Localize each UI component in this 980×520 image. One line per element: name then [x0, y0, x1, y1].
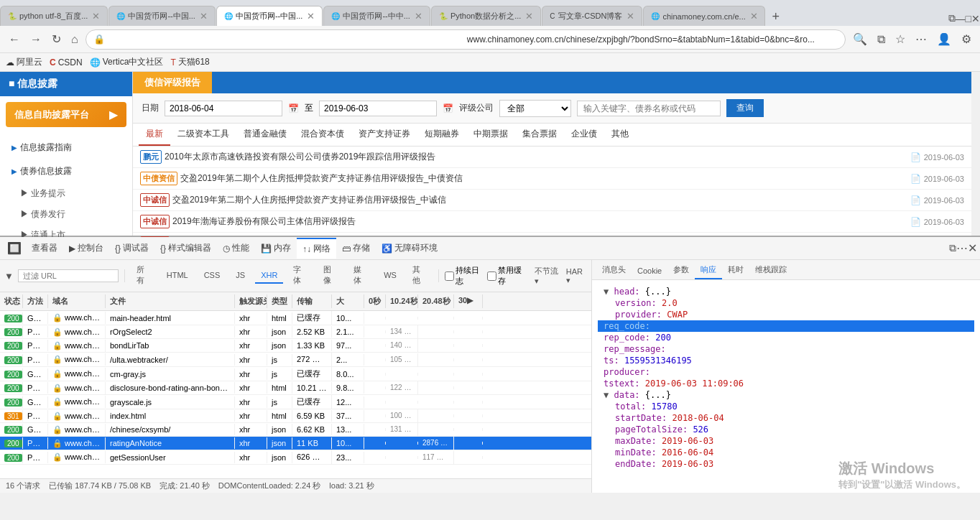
tree-data-collapsed[interactable]: ▼ data: {...}	[598, 389, 974, 401]
back-button[interactable]: ←	[6, 32, 23, 47]
persist-log-option[interactable]: 持续日志	[445, 265, 483, 287]
list-item-0[interactable]: 鹏元 2010年太原市高速铁路投资有限公司公司债券2019年跟踪信用评级报告 📄…	[133, 147, 971, 168]
tree-head-collapsed[interactable]: ▼ head: {...}	[598, 286, 974, 297]
tab-close-5[interactable]: ✕	[627, 11, 634, 22]
search-icon[interactable]: 🔍	[850, 31, 870, 47]
close-button[interactable]: ✕	[971, 13, 980, 24]
devtools-tab-debugger[interactable]: {} 调试器	[109, 238, 154, 258]
network-row-3[interactable]: 200 POST 🔒 www.china... /ulta.webtracker…	[0, 353, 591, 367]
persist-log-checkbox[interactable]	[445, 271, 454, 281]
devtools-close-button[interactable]: ✕	[968, 241, 977, 255]
throttle-dropdown[interactable]: 不节流 ▾	[535, 266, 562, 286]
bookmark-button[interactable]: ☆	[892, 31, 908, 47]
nav-item-latest[interactable]: 最新	[139, 124, 170, 146]
devtools-tab-console[interactable]: ▶ 控制台	[63, 238, 109, 258]
settings-button[interactable]: ⚙	[958, 31, 974, 47]
nav-item-other[interactable]: 其他	[604, 124, 636, 146]
reload-button[interactable]: ↻	[49, 31, 64, 47]
network-row-1[interactable]: 200 POST 🔒 www.china... rOrgSelect2 xhr …	[0, 325, 591, 339]
more-menu-button[interactable]: ⋯	[912, 31, 930, 47]
date-to-input[interactable]	[319, 101, 437, 116]
nav-item-mixed[interactable]: 混合资本债	[294, 124, 351, 146]
right-tab-stacktrace[interactable]: 维栈跟踪	[749, 261, 792, 279]
devtools-tab-style[interactable]: {} 样式编辑器	[154, 238, 217, 258]
devtools-layout-button[interactable]: ⧉	[949, 242, 956, 254]
tab-close-1[interactable]: ✕	[200, 11, 208, 22]
sidebar-item-bond[interactable]: ▶ 债券信息披露	[0, 159, 132, 183]
sidebar-sub-business[interactable]: ▶ 业务提示	[0, 183, 132, 204]
address-bar[interactable]: 🔒 www.chinamoney.com.cn/chinese/zxpjbgh/…	[85, 29, 846, 50]
network-row-10[interactable]: 200 POST 🔒 www.china... getSessionUser x…	[0, 450, 591, 465]
page-scrollbar[interactable]	[971, 72, 980, 236]
network-row-6[interactable]: 200 GET 🔒 www.china... grayscale.js xhr …	[0, 395, 591, 409]
forward-button[interactable]: →	[27, 32, 45, 47]
sidebar-sub-issue[interactable]: ▶ 债券发行	[0, 204, 132, 225]
nav-item-general-bond[interactable]: 普通金融债	[236, 124, 294, 146]
calendar-from-icon[interactable]: 📅	[288, 103, 299, 113]
tab-1[interactable]: 🌐 中国货币网--中国... ✕	[108, 6, 216, 26]
devtools-more-button[interactable]: ⋯	[956, 241, 968, 255]
network-row-9[interactable]: 200 POST 🔒 www.china... ratingAnNotice x…	[0, 437, 591, 450]
nav-item-short[interactable]: 短期融券	[417, 124, 466, 146]
head-expand-icon[interactable]: ▼	[604, 287, 609, 297]
devtools-tab-memory[interactable]: 💾 内存	[255, 238, 297, 258]
minimize-button[interactable]: —	[956, 13, 966, 24]
disable-cache-checkbox[interactable]	[487, 271, 496, 281]
nav-item-abs[interactable]: 资产支持证券	[351, 124, 417, 146]
net-tab-js[interactable]: JS	[230, 268, 251, 284]
tab-close-0[interactable]: ✕	[92, 11, 100, 22]
devtools-tab-storage[interactable]: 🗃 存储	[336, 238, 376, 258]
tab-close-6[interactable]: ✕	[750, 11, 758, 22]
bookmark-vertica[interactable]: 🌐 Vertica中文社区	[90, 56, 164, 68]
net-tab-html[interactable]: HTML	[161, 268, 194, 284]
tab-close-3[interactable]: ✕	[415, 11, 422, 22]
right-tab-headers[interactable]: 消息头	[596, 261, 632, 279]
devtools-tab-network[interactable]: ↑↓ 网络	[297, 238, 336, 259]
network-row-4[interactable]: 200 GET 🔒 www.china... cm-gray.js xhr js…	[0, 367, 591, 381]
tab-2[interactable]: 🌐 中国货币网--中国... ✕	[216, 6, 323, 26]
tab-6[interactable]: 🌐 chinamoney.com.cn/e... ✕	[643, 6, 765, 26]
network-row-5[interactable]: 200 POST 🔒 www.china... disclosure-bond-…	[0, 381, 591, 395]
nav-item-collective[interactable]: 集合票据	[515, 124, 564, 146]
tab-close-4[interactable]: ✕	[525, 11, 533, 22]
new-tab-button[interactable]: +	[766, 9, 785, 24]
net-tab-xhr[interactable]: XHR	[255, 268, 283, 284]
rating-company-select[interactable]: 全部	[499, 100, 571, 117]
bookmark-aliyun[interactable]: ☁ 阿里云	[6, 56, 42, 68]
net-tab-all[interactable]: 所有	[131, 261, 157, 290]
right-tab-params[interactable]: 参数	[667, 261, 695, 279]
tab-0[interactable]: 🐍 python utf-8_百度... ✕	[0, 6, 108, 26]
bookmark-csdn[interactable]: C CSDN	[50, 57, 83, 68]
net-tab-other[interactable]: 其他	[407, 261, 433, 290]
net-tab-font[interactable]: 字体	[287, 261, 313, 290]
search-button[interactable]: 查询	[726, 99, 764, 117]
account-button[interactable]: 👤	[934, 31, 954, 47]
tab-3[interactable]: 🌐 中国货币网--中中... ✕	[323, 6, 430, 26]
net-tab-media[interactable]: 媒体	[348, 261, 374, 290]
net-tab-ws[interactable]: WS	[378, 268, 402, 284]
filter-icon[interactable]: ▼	[4, 271, 14, 282]
date-from-input[interactable]	[165, 101, 282, 116]
content-tab-rating[interactable]: 债信评级报告	[133, 72, 212, 93]
tab-5[interactable]: C 写文章-CSDN博客 ✕	[542, 6, 642, 26]
data-expand-icon[interactable]: ▼	[604, 390, 609, 400]
network-row-8[interactable]: 200 GET 🔒 www.china... /chinese/cxsymb/ …	[0, 423, 591, 437]
net-tab-css[interactable]: CSS	[198, 268, 226, 284]
list-item-2[interactable]: 中诚信 交盈2019年第二期个人住房抵押贷款资产支持证券信用评级报告_中诚信 📄…	[133, 190, 971, 211]
nav-item-corp[interactable]: 企业债	[564, 124, 604, 146]
devtools-tab-inspector[interactable]: 查看器	[26, 238, 63, 258]
calendar-to-icon[interactable]: 📅	[443, 103, 453, 113]
net-tab-image[interactable]: 图像	[318, 261, 343, 290]
inspector-icon[interactable]: 🔲	[3, 241, 26, 255]
har-dropdown[interactable]: HAR ▾	[566, 267, 587, 285]
home-button[interactable]: ⌂	[68, 32, 81, 47]
search-keyword-input[interactable]	[577, 101, 721, 116]
network-row-0[interactable]: 200 GET 🔒 www.china... main-header.html …	[0, 311, 591, 325]
bookmark-tmall[interactable]: T 天猫618	[170, 56, 209, 68]
nav-item-tier2[interactable]: 二级资本工具	[170, 124, 236, 146]
maximize-button[interactable]: □	[966, 13, 971, 24]
right-tab-cookie[interactable]: Cookie	[632, 264, 667, 279]
sidebar-banner[interactable]: 信息自助披露平台 ▶	[6, 102, 126, 127]
tab-4[interactable]: 🐍 Python数据分析之... ✕	[431, 6, 541, 26]
sidebar-item-guide[interactable]: ▶ 信息披露指南	[0, 136, 132, 159]
